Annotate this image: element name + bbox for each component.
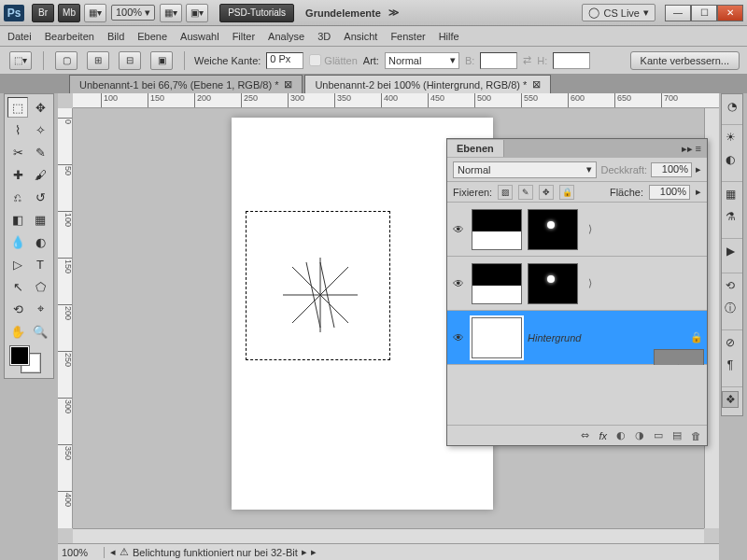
status-prev-icon[interactable]: ◂ [110, 546, 116, 558]
shape-tool[interactable]: ⬠ [30, 276, 50, 297]
group-icon[interactable]: ▭ [654, 429, 663, 441]
menu-ebene[interactable]: Ebene [137, 31, 167, 42]
scrollbar-horizontal[interactable] [73, 528, 704, 543]
tutorials-button[interactable]: PSD-Tutorials [219, 4, 294, 22]
fill-slider-icon[interactable]: ▸ [696, 186, 701, 198]
layer-fx-icon[interactable]: fx [599, 430, 607, 441]
hand-tool[interactable]: ✋ [7, 321, 28, 342]
swatches-panel-icon[interactable]: ▦ [722, 186, 739, 203]
status-menu-icon[interactable]: ▸ [311, 546, 317, 558]
close-button[interactable]: ✕ [717, 5, 743, 21]
menu-3d[interactable]: 3D [317, 31, 331, 42]
layer-thumb[interactable] [472, 317, 522, 358]
color-swatch[interactable] [10, 346, 40, 372]
wand-tool[interactable]: ✧ [30, 119, 50, 140]
adjustment-thumb[interactable] [472, 209, 522, 250]
link-layers-icon[interactable]: ⇔ [581, 429, 589, 441]
menu-ansicht[interactable]: Ansicht [344, 31, 377, 42]
menu-analyse[interactable]: Analyse [268, 31, 304, 42]
cslive-button[interactable]: ◯CS Live▾ [582, 4, 655, 21]
menu-auswahl[interactable]: Auswahl [180, 31, 219, 42]
adjustment-layer-icon[interactable]: ◑ [635, 429, 644, 441]
zoom-tool[interactable]: 🔍 [30, 321, 50, 342]
visibility-icon[interactable]: 👁 [451, 330, 466, 345]
style-select[interactable]: Normal▾ [385, 52, 459, 69]
character-panel-icon[interactable]: ⊘ [722, 334, 739, 351]
type-tool[interactable]: T [30, 254, 50, 274]
zoom-select[interactable]: 100% ▾ [111, 5, 155, 21]
color-panel-icon[interactable]: ◔ [724, 98, 740, 115]
arrange-button[interactable]: ▦▾ [160, 4, 182, 22]
heal-tool[interactable]: ✚ [7, 164, 28, 185]
feather-input[interactable]: 0 Px [266, 52, 303, 69]
path-tool[interactable]: ↖ [7, 276, 28, 297]
history-brush-tool[interactable]: ↺ [30, 187, 50, 207]
lock-image-icon[interactable]: ✎ [518, 185, 533, 200]
tool-preset-button[interactable]: ⬚▾ [9, 51, 32, 70]
maximize-button[interactable]: ☐ [691, 5, 717, 21]
workspace-label[interactable]: Grundelemente [305, 7, 381, 19]
lasso-tool[interactable]: ⌇ [7, 119, 28, 140]
status-next-icon[interactable]: ▸ [302, 546, 307, 558]
menu-hilfe[interactable]: Hilfe [439, 31, 459, 42]
move-tool[interactable]: ✥ [30, 97, 50, 118]
menu-fenster[interactable]: Fenster [390, 31, 425, 42]
layers-menu-icon[interactable]: ▸▸ ≡ [676, 143, 707, 155]
menu-bild[interactable]: Bild [107, 31, 124, 42]
refine-edge-button[interactable]: Kante verbessern... [630, 51, 740, 70]
doc-tab-1[interactable]: Unbenannt-1 bei 66,7% (Ebene 1, RGB/8) *… [69, 75, 303, 93]
delete-layer-icon[interactable]: 🗑 [691, 430, 701, 441]
menu-datei[interactable]: Datei [7, 31, 32, 42]
info-panel-icon[interactable]: ⓘ [722, 300, 739, 316]
screenmode-button[interactable]: ▣▾ [186, 4, 208, 22]
subtract-selection-button[interactable]: ⊟ [119, 51, 141, 70]
menu-bearbeiten[interactable]: Bearbeiten [45, 31, 94, 42]
layers-tab-title[interactable]: Ebenen [447, 140, 504, 157]
layer-row[interactable]: 👁 ⟩ ✶ [447, 257, 707, 311]
stamp-tool[interactable]: ⎌ [7, 187, 28, 207]
3d-tool[interactable]: ⟲ [7, 299, 28, 319]
layers-panel-icon[interactable]: ❖ [722, 391, 739, 408]
add-selection-button[interactable]: ⊞ [87, 51, 109, 70]
intersect-selection-button[interactable]: ▣ [150, 51, 173, 70]
minibridge-button[interactable]: Mb [58, 4, 80, 22]
pen-tool[interactable]: ▷ [7, 254, 28, 274]
mask-thumb[interactable] [528, 263, 578, 304]
adjustments-panel-icon[interactable]: ☀ [722, 129, 739, 146]
blur-tool[interactable]: 💧 [7, 231, 28, 252]
eraser-tool[interactable]: ◧ [7, 209, 28, 230]
eyedropper-tool[interactable]: ✎ [30, 142, 50, 162]
masks-panel-icon[interactable]: ◐ [722, 151, 739, 168]
menu-filter[interactable]: Filter [233, 31, 255, 42]
close-tab-icon[interactable]: ⊠ [284, 78, 292, 91]
layer-mask-icon[interactable]: ◐ [616, 429, 626, 441]
doc-tab-2[interactable]: Unbenannt-2 bei 100% (Hintergrund, RGB/8… [304, 75, 551, 93]
visibility-icon[interactable]: 👁 [451, 276, 466, 291]
styles-panel-icon[interactable]: ⚗ [722, 208, 739, 225]
lock-transparent-icon[interactable]: ▨ [498, 185, 513, 200]
crop-tool[interactable]: ✂ [7, 142, 28, 162]
3dcam-tool[interactable]: ⌖ [30, 299, 50, 319]
layer-row[interactable]: 👁 ⟩ ✶ [447, 203, 707, 257]
dodge-tool[interactable]: ◐ [30, 231, 50, 252]
blend-mode-select[interactable]: Normal▾ [453, 161, 597, 178]
marquee-tool[interactable]: ⬚ [7, 97, 28, 118]
opacity-input[interactable]: 100% [651, 162, 692, 177]
layer-name[interactable]: Hintergrund [528, 332, 684, 343]
view-extras-button[interactable]: ▦▾ [84, 4, 106, 22]
workspace-more-icon[interactable]: ≫ [388, 7, 400, 19]
lock-all-icon[interactable]: 🔒 [559, 185, 574, 200]
new-layer-icon[interactable]: ▤ [672, 429, 682, 441]
opacity-slider-icon[interactable]: ▸ [696, 163, 701, 175]
bridge-button[interactable]: Br [32, 4, 54, 22]
gradient-tool[interactable]: ▦ [30, 209, 50, 230]
minimize-button[interactable]: — [665, 5, 691, 21]
close-tab-icon[interactable]: ⊠ [532, 78, 541, 91]
brush-tool[interactable]: 🖌 [30, 164, 50, 185]
fill-input[interactable]: 100% [649, 185, 690, 200]
history-panel-icon[interactable]: ⟲ [722, 277, 739, 294]
lock-position-icon[interactable]: ✥ [539, 185, 554, 200]
smart-thumb[interactable]: ✶ [654, 349, 704, 366]
adjustment-thumb[interactable] [472, 263, 522, 304]
visibility-icon[interactable]: 👁 [451, 222, 466, 237]
